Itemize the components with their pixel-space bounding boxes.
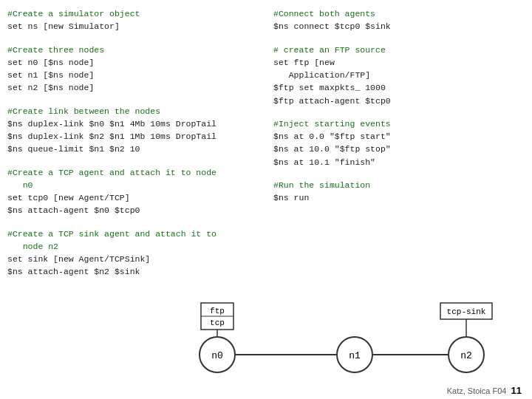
left-block-2: #Create three nodes set n0 [$ns node] se… <box>7 44 259 95</box>
comment-5b: node n2 <box>7 240 259 253</box>
r-comment-1: #Connect both agents <box>273 7 525 20</box>
code-line: $ns at 10.1 "finish" <box>273 156 525 168</box>
code-line: $ns duplex-link $n0 $n1 4Mb 10ms DropTai… <box>7 117 259 130</box>
footer-author: Katz, Stoica F04 <box>447 386 507 395</box>
code-line: set ns [new Simulator] <box>7 20 259 33</box>
code-line: $ftp set maxpkts_ 1000 <box>273 81 525 94</box>
right-block-3: #Inject starting events $ns at 0.0 "$ftp… <box>273 117 525 168</box>
code-line: $ns attach-agent $n0 $tcp0 <box>7 204 259 216</box>
code-line: set n2 [$ns node] <box>7 81 259 94</box>
comment-5: #Create a TCP sink agent and attach it t… <box>7 228 259 240</box>
left-block-4: #Create a TCP agent and attach it to nod… <box>7 166 259 217</box>
right-block-4: #Run the simulation $ns run <box>273 179 525 205</box>
node-n1-label: n1 <box>349 350 361 361</box>
right-block-1: #Connect both agents $ns connect $tcp0 $… <box>273 7 525 33</box>
left-block-3: #Create link between the nodes $ns duple… <box>7 105 259 156</box>
node-n2-label: n2 <box>460 350 472 361</box>
code-line: $ftp attach-agent $tcp0 <box>273 95 525 107</box>
comment-2: #Create three nodes <box>7 44 259 56</box>
r-comment-4: #Run the simulation <box>273 179 525 191</box>
code-line: $ns at 0.0 "$ftp start" <box>273 130 525 143</box>
ftp-label: ftp <box>210 307 225 316</box>
comment-3: #Create link between the nodes <box>7 105 259 117</box>
left-block-1: #Create a simulator object set ns [new S… <box>7 7 259 33</box>
comment-4: #Create a TCP agent and attach it to nod… <box>7 166 259 179</box>
tcp-label: tcp <box>210 318 225 327</box>
left-block-5: #Create a TCP sink agent and attach it t… <box>7 228 259 279</box>
code-line: set tcp0 [new Agent/TCP] <box>7 191 259 204</box>
r-comment-3: #Inject starting events <box>273 117 525 130</box>
footer: Katz, Stoica F04 11 <box>447 385 522 396</box>
code-line: $ns connect $tcp0 $sink <box>273 20 525 33</box>
code-line: set ftp [new <box>273 56 525 69</box>
code-line: set n1 [$ns node] <box>7 69 259 81</box>
code-line: $ns at 10.0 "$ftp stop" <box>273 143 525 155</box>
comment-4b: n0 <box>7 179 259 191</box>
comment-1: #Create a simulator object <box>7 7 259 20</box>
node-n0-label: n0 <box>211 350 223 361</box>
code-line: Application/FTP] <box>273 69 525 81</box>
tcp-sink-label: tcp-sink <box>447 307 486 316</box>
network-diagram: ftp tcp tcp-sink n0 n1 n2 <box>0 297 532 378</box>
footer-page: 11 <box>511 385 522 396</box>
r-comment-2: # create an FTP source <box>273 44 525 56</box>
code-line: $ns attach-agent $n2 $sink <box>7 265 259 278</box>
code-line: $ns queue-limit $n1 $n2 10 <box>7 143 259 155</box>
diagram-svg: ftp tcp tcp-sink n0 n1 n2 <box>0 297 532 378</box>
code-line: $ns run <box>273 191 525 204</box>
right-block-2: # create an FTP source set ftp [new Appl… <box>273 44 525 107</box>
code-line: set sink [new Agent/TCPSink] <box>7 253 259 265</box>
code-line: set n0 [$ns node] <box>7 56 259 69</box>
code-line: $ns duplex-link $n2 $n1 1Mb 10ms DropTai… <box>7 130 259 143</box>
